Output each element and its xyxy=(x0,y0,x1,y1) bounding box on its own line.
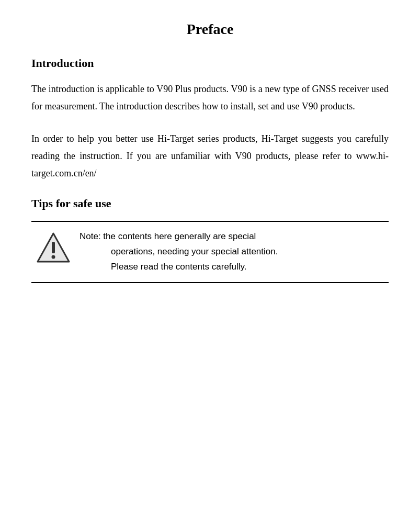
tips-section: Tips for safe use Note: the contents her… xyxy=(31,197,389,283)
note-line-2: operations, needing your special attenti… xyxy=(111,244,278,260)
introduction-paragraph-1: The introduction is applicable to V90 Pl… xyxy=(31,81,389,116)
tips-heading: Tips for safe use xyxy=(31,197,389,210)
note-line-3: Please read the contents carefully. xyxy=(111,260,278,275)
warning-icon xyxy=(37,231,70,265)
page-title: Preface xyxy=(31,21,389,38)
svg-rect-1 xyxy=(52,242,55,253)
tips-divider-bottom xyxy=(31,282,389,283)
svg-point-2 xyxy=(52,255,55,259)
introduction-section: Introduction The introduction is applica… xyxy=(31,57,389,182)
introduction-paragraph-2: In order to help you better use Hi-Targe… xyxy=(31,130,389,183)
introduction-heading: Introduction xyxy=(31,57,389,70)
note-line-1: Note: the contents here generally are sp… xyxy=(80,229,278,244)
note-text-block: Note: the contents here generally are sp… xyxy=(80,229,278,275)
tips-note-box: Note: the contents here generally are sp… xyxy=(31,222,389,282)
